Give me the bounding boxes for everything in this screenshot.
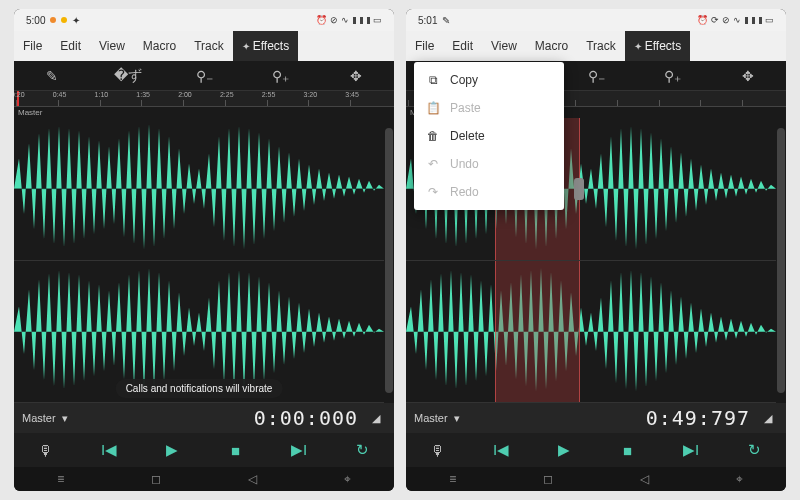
waveform-channel-right[interactable]: Calls and notifications will vibrate xyxy=(14,261,384,404)
waveform-area[interactable]: Calls and notifications will vibrate xyxy=(14,118,394,403)
nav-recent-icon[interactable]: ≡ xyxy=(57,472,64,486)
stop-button[interactable]: ■ xyxy=(222,442,250,459)
nav-back-icon[interactable]: ◁ xyxy=(248,472,257,486)
alarm-icon: ⏰ xyxy=(697,15,708,25)
context-item-label: Paste xyxy=(450,101,481,115)
menu-edit[interactable]: Edit xyxy=(51,31,90,61)
zoom-out-icon[interactable]: ⚲₋ xyxy=(581,68,611,84)
delete-icon: 🗑 xyxy=(426,129,440,143)
phone-screenshot-right: 5:01 ✎ ⏰ ⟳ ⊘ ∿ ▭ File Edit View Macro Tr… xyxy=(406,9,786,491)
context-item-label: Redo xyxy=(450,185,479,199)
move-icon[interactable]: ✥ xyxy=(341,68,371,84)
selection-handle-end[interactable] xyxy=(574,178,584,200)
dnd-icon: ⊘ xyxy=(722,15,730,25)
status-right-icons: ⏰ ⟳ ⊘ ∿ ▭ xyxy=(697,15,774,25)
status-misc-icon: ✦ xyxy=(72,15,80,26)
track-select[interactable]: Master ▾ xyxy=(22,412,68,425)
nav-accessibility-icon[interactable]: ⌖ xyxy=(736,472,743,486)
timeline-ruler[interactable]: 0:20 0:45 1:10 1:35 2:00 2:25 2:55 3:20 … xyxy=(14,91,394,107)
phone-screenshot-left: 5:00 ✦ ⏰ ⊘ ∿ ▭ File Edit View Macro Trac… xyxy=(14,9,394,491)
meter-icon[interactable]: ◢ xyxy=(366,412,386,425)
selection-region[interactable] xyxy=(495,261,580,403)
vibrate-icon: ∿ xyxy=(733,15,741,25)
menu-view[interactable]: View xyxy=(482,31,526,61)
redo-icon: ↷ xyxy=(426,185,440,199)
context-copy[interactable]: ⧉Copy xyxy=(414,66,564,94)
move-icon[interactable]: ✥ xyxy=(733,68,763,84)
android-nav-bar: ≡ ◻ ◁ ⌖ xyxy=(406,467,786,491)
signal-icon xyxy=(745,17,748,24)
menu-bar: File Edit View Macro Track Effects xyxy=(406,31,786,61)
tick-label: 1:10 xyxy=(95,91,109,98)
context-item-label: Delete xyxy=(450,129,485,143)
tick-label: 1:35 xyxy=(136,91,150,98)
play-button[interactable]: ▶ xyxy=(158,441,186,459)
zoom-out-icon[interactable]: ⚲₋ xyxy=(189,68,219,84)
menu-edit[interactable]: Edit xyxy=(443,31,482,61)
menu-effects[interactable]: Effects xyxy=(233,31,298,61)
context-item-label: Undo xyxy=(450,157,479,171)
menu-track[interactable]: Track xyxy=(185,31,233,61)
tick-label: 2:25 xyxy=(220,91,234,98)
status-dot-icon xyxy=(50,17,56,23)
nav-accessibility-icon[interactable]: ⌖ xyxy=(344,472,351,486)
transport-controls: 🎙 I◀ ▶ ■ ▶I ↻ xyxy=(14,433,394,467)
loop-button[interactable]: ↻ xyxy=(348,441,376,459)
skip-back-button[interactable]: I◀ xyxy=(487,441,515,459)
transport-info-bar: Master ▾ 0:49:797 ◢ xyxy=(406,403,786,433)
paste-icon: 📋 xyxy=(426,101,440,115)
status-right-icons: ⏰ ⊘ ∿ ▭ xyxy=(316,15,382,25)
menu-file[interactable]: File xyxy=(406,31,443,61)
context-delete[interactable]: 🗑Delete xyxy=(414,122,564,150)
pencil-icon[interactable]: ✎ xyxy=(37,68,67,84)
menu-file[interactable]: File xyxy=(14,31,51,61)
tick-label: 0:20 xyxy=(14,91,25,98)
status-time: 5:00 xyxy=(26,15,45,26)
status-time: 5:01 xyxy=(418,15,437,26)
tool-row: ✎ �ず ⚲₋ ⚲₊ ✥ xyxy=(14,61,394,91)
time-display: 0:49:797 xyxy=(468,406,750,430)
waveform-channel-right[interactable] xyxy=(406,261,776,404)
menu-bar: File Edit View Macro Track Effects xyxy=(14,31,394,61)
tick-label: 2:55 xyxy=(262,91,276,98)
scrollbar-vertical[interactable] xyxy=(385,128,393,393)
chevron-down-icon: ▾ xyxy=(62,412,68,425)
dnd-icon: ⊘ xyxy=(330,15,338,25)
nav-recent-icon[interactable]: ≡ xyxy=(449,472,456,486)
stop-button[interactable]: ■ xyxy=(614,442,642,459)
scrollbar-vertical[interactable] xyxy=(777,128,785,393)
menu-macro[interactable]: Macro xyxy=(134,31,185,61)
nav-home-icon[interactable]: ◻ xyxy=(543,472,553,486)
track-select[interactable]: Master ▾ xyxy=(414,412,460,425)
battery-icon: ▭ xyxy=(373,15,382,25)
zoom-in-icon[interactable]: ⚲₊ xyxy=(657,68,687,84)
alarm-icon: ⏰ xyxy=(316,15,327,25)
menu-effects[interactable]: Effects xyxy=(625,31,690,61)
loop-button[interactable]: ↻ xyxy=(740,441,768,459)
skip-back-button[interactable]: I◀ xyxy=(95,441,123,459)
sync-icon: ⟳ xyxy=(711,15,719,25)
zoom-in-icon[interactable]: ⚲₊ xyxy=(265,68,295,84)
meter-icon[interactable]: ◢ xyxy=(758,412,778,425)
nav-back-icon[interactable]: ◁ xyxy=(640,472,649,486)
signal-icon xyxy=(353,17,356,24)
battery-icon: ▭ xyxy=(765,15,774,25)
skip-forward-button[interactable]: ▶I xyxy=(285,441,313,459)
android-nav-bar: ≡ ◻ ◁ ⌖ xyxy=(14,467,394,491)
context-redo: ↷Redo xyxy=(414,178,564,206)
nav-home-icon[interactable]: ◻ xyxy=(151,472,161,486)
waveform-channel-left[interactable] xyxy=(14,118,384,261)
transport-controls: 🎙 I◀ ▶ ■ ▶I ↻ xyxy=(406,433,786,467)
crop-icon[interactable]: �ず xyxy=(113,67,143,85)
menu-track[interactable]: Track xyxy=(577,31,625,61)
play-button[interactable]: ▶ xyxy=(550,441,578,459)
menu-macro[interactable]: Macro xyxy=(526,31,577,61)
skip-forward-button[interactable]: ▶I xyxy=(677,441,705,459)
status-bar: 5:01 ✎ ⏰ ⟳ ⊘ ∿ ▭ xyxy=(406,9,786,31)
record-button[interactable]: 🎙 xyxy=(32,442,60,459)
tick-label: 2:00 xyxy=(178,91,192,98)
record-button[interactable]: 🎙 xyxy=(424,442,452,459)
menu-view[interactable]: View xyxy=(90,31,134,61)
track-select-label: Master xyxy=(22,412,56,424)
tick-label: 3:20 xyxy=(303,91,317,98)
